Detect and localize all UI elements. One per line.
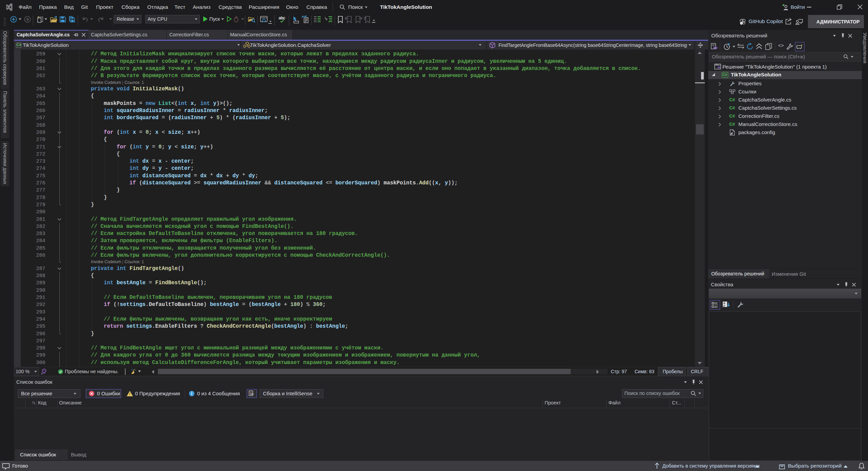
svg-text:Z: Z <box>723 304 725 307</box>
